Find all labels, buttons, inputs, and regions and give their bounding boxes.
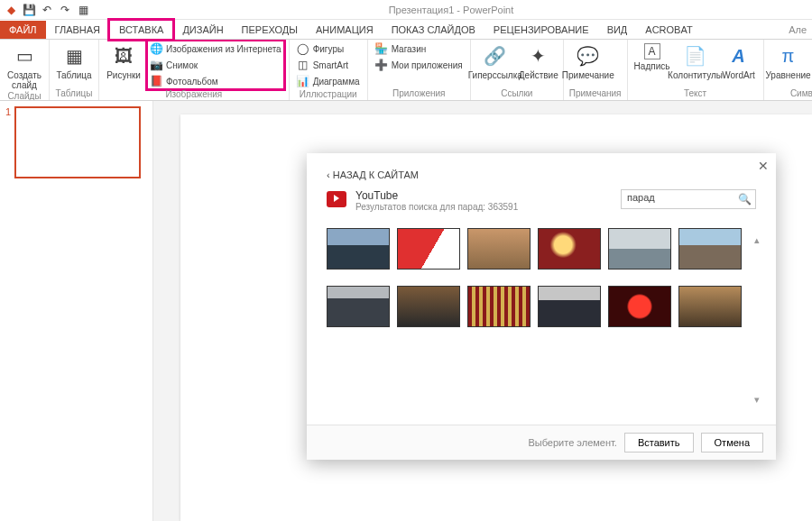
pictures-button[interactable]: 🖼 Рисунки [105, 41, 143, 80]
group-links: 🔗Гиперссылка ✦Действие Ссылки [471, 40, 564, 100]
video-results-grid [327, 228, 756, 327]
scroll-indicator[interactable]: ▴ ▾ [754, 234, 767, 406]
footer-hint: Выберите элемент. [528, 437, 616, 448]
video-result[interactable] [397, 228, 460, 270]
save-icon[interactable]: 💾 [22, 3, 36, 17]
results-count: Результатов поиска для парад: 363591 [355, 202, 612, 212]
slide-thumb-row[interactable]: 1 [5, 106, 147, 178]
youtube-header: YouTube Результатов поиска для парад: 36… [327, 189, 756, 212]
new-slide-button[interactable]: ▭ Создать слайд [5, 41, 43, 90]
tab-review[interactable]: РЕЦЕНЗИРОВАНИЕ [484, 21, 598, 39]
back-link[interactable]: ‹ НАЗАД К САЙТАМ [327, 169, 419, 180]
video-result[interactable] [467, 228, 531, 270]
wordart-icon: A [726, 43, 752, 69]
start-show-icon[interactable]: ▦ [76, 3, 90, 17]
video-result[interactable] [678, 286, 742, 327]
dialog-footer: Выберите элемент. Вставить Отмена [307, 425, 776, 460]
group-apps: 🏪Магазин ➕Мои приложения Приложения [368, 40, 471, 100]
scroll-down-icon[interactable]: ▾ [754, 394, 767, 406]
smartart-button[interactable]: ◫SmartArt [295, 58, 362, 72]
video-result[interactable] [608, 228, 671, 270]
table-button[interactable]: ▦ Таблица [55, 41, 93, 80]
group-label: Ссылки [476, 87, 558, 98]
tab-home[interactable]: ГЛАВНАЯ [46, 21, 109, 39]
comment-icon: 💬 [576, 43, 601, 69]
redo-icon[interactable]: ↷ [58, 3, 72, 17]
pictures-icon: 🖼 [111, 43, 136, 69]
app-icon: ◆ [4, 3, 18, 17]
album-icon: 📕 [150, 75, 162, 87]
group-label: Изображения [105, 88, 283, 99]
online-pictures-button[interactable]: 🌐Изображения из Интернета [148, 41, 283, 56]
video-result[interactable] [467, 286, 531, 327]
online-pictures-icon: 🌐 [150, 42, 162, 55]
slide-number: 1 [5, 106, 11, 178]
equation-button[interactable]: πУравнение [770, 41, 807, 80]
textbox-icon: A [644, 43, 660, 59]
video-result[interactable] [538, 228, 601, 270]
tab-animations[interactable]: АНИМАЦИЯ [307, 21, 383, 39]
group-comments: 💬Примечание Примечания [564, 40, 628, 100]
photo-album-button[interactable]: 📕Фотоальбом [148, 74, 283, 88]
title-bar: ◆ 💾 ↶ ↷ ▦ Презентация1 - PowerPoint [0, 0, 812, 20]
group-slides: ▭ Создать слайд Слайды [0, 40, 50, 100]
tab-acrobat[interactable]: ACROBAT [636, 21, 701, 39]
shapes-button[interactable]: ◯Фигуры [295, 41, 362, 56]
headerfooter-icon: 📄 [683, 43, 708, 69]
wordart-button[interactable]: AWordArt [720, 41, 758, 80]
store-button[interactable]: 🏪Магазин [374, 41, 465, 56]
tab-transitions[interactable]: ПЕРЕХОДЫ [233, 21, 307, 39]
smartart-icon: ◫ [297, 59, 309, 71]
search-value: парад [627, 192, 655, 203]
video-result[interactable] [397, 286, 460, 327]
slide-panel[interactable]: 1 [0, 101, 153, 521]
video-result[interactable] [538, 286, 601, 327]
group-label: Приложения [374, 87, 465, 98]
hyperlink-icon: 🔗 [483, 43, 508, 69]
headerfooter-button[interactable]: 📄Колонтитулы [677, 41, 715, 80]
window-title: Презентация1 - PowerPoint [90, 5, 812, 15]
search-input[interactable]: парад 🔍 [621, 189, 756, 209]
tab-slideshow[interactable]: ПОКАЗ СЛАЙДОВ [383, 21, 484, 39]
scroll-up-icon[interactable]: ▴ [754, 234, 767, 246]
group-symbols: πУравнение ΩСимвол Символы [764, 40, 812, 100]
undo-icon[interactable]: ↶ [40, 3, 54, 17]
store-icon: 🏪 [375, 42, 388, 55]
youtube-icon [327, 191, 346, 207]
comment-button[interactable]: 💬Примечание [569, 41, 607, 80]
video-result[interactable] [327, 286, 390, 327]
group-label: Таблицы [55, 87, 93, 98]
chart-icon: 📊 [297, 75, 309, 87]
tab-file[interactable]: ФАЙЛ [0, 21, 46, 39]
textbox-button[interactable]: AНадпись [633, 41, 671, 71]
group-images: 🖼 Рисунки 🌐Изображения из Интернета 📷Сни… [99, 40, 290, 100]
new-slide-icon: ▭ [12, 43, 37, 69]
group-tables: ▦ Таблица Таблицы [50, 40, 99, 100]
shapes-icon: ◯ [297, 42, 309, 55]
close-icon[interactable]: ✕ [758, 159, 769, 173]
action-button[interactable]: ✦Действие [520, 41, 558, 80]
insert-button[interactable]: Вставить [624, 433, 694, 452]
hyperlink-button[interactable]: 🔗Гиперссылка [476, 41, 514, 80]
video-result[interactable] [327, 228, 390, 270]
tab-insert[interactable]: ВСТАВКА [109, 20, 173, 40]
tab-view[interactable]: ВИД [598, 21, 637, 39]
slide-thumbnail[interactable] [14, 106, 141, 178]
insert-video-dialog: ✕ ‹ НАЗАД К САЙТАМ YouTube Результатов п… [307, 153, 776, 460]
source-title: YouTube [355, 189, 612, 202]
video-result[interactable] [608, 286, 671, 327]
group-label: Примечания [569, 87, 622, 98]
my-apps-button[interactable]: ➕Мои приложения [374, 58, 465, 72]
tab-design[interactable]: ДИЗАЙН [173, 21, 232, 39]
ribbon: ▭ Создать слайд Слайды ▦ Таблица Таблицы… [0, 40, 812, 101]
screenshot-icon: 📷 [150, 59, 162, 71]
search-icon[interactable]: 🔍 [738, 193, 752, 206]
group-label: Иллюстрации [295, 88, 362, 99]
table-icon: ▦ [61, 43, 87, 69]
cancel-button[interactable]: Отмена [701, 433, 763, 452]
video-result[interactable] [678, 228, 742, 270]
account-name[interactable]: Але [783, 21, 812, 39]
group-text: AНадпись 📄Колонтитулы AWordArt Текст [628, 40, 764, 100]
chart-button[interactable]: 📊Диаграмма [295, 74, 362, 88]
screenshot-button[interactable]: 📷Снимок [148, 58, 283, 72]
